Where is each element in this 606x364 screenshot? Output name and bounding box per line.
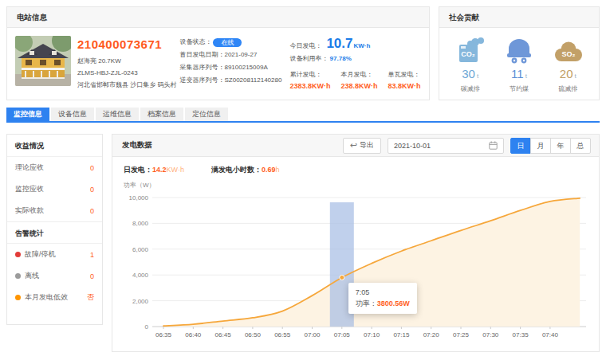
export-icon: ↩	[350, 141, 357, 150]
y-axis-title: 功率（W）	[124, 181, 589, 190]
svg-text:2,000: 2,000	[132, 298, 149, 305]
revenue-section-title: 收益情况	[7, 135, 102, 157]
station-panel-title: 电站信息	[7, 7, 429, 28]
total-generation-label: 累计发电：	[289, 70, 330, 79]
station-photo	[15, 36, 71, 86]
utilization-value: 97.78%	[330, 55, 352, 62]
status-label: 设备状态：	[179, 36, 211, 49]
alarm-value: 1	[90, 251, 94, 259]
co2-value: 30	[462, 67, 475, 80]
export-button[interactable]: ↩ 导出	[343, 138, 381, 154]
svg-text:CO₂: CO₂	[461, 50, 475, 58]
house-photo-illustration	[15, 36, 71, 86]
revenue-value: 0	[90, 207, 94, 215]
power-chart-canvas[interactable]: 02,0004,0006,0008,00010,00006:3506:4006:…	[124, 191, 589, 350]
first-gen-date-label: 首日发电日期：	[179, 49, 224, 61]
station-address: 河北省邯郸市魏县 沙口集乡 码头村	[77, 79, 176, 91]
low-efficiency-status-dot	[15, 295, 21, 300]
generation-data-panel: 发电数据 ↩ 导出 2021-10-01 日 月 年 总	[112, 134, 600, 352]
station-owner: 赵海亮 20.7KW	[77, 55, 176, 67]
svg-text:07:35: 07:35	[513, 331, 529, 339]
revenue-value: 0	[90, 164, 94, 172]
tabs-underline	[6, 121, 600, 123]
svg-text:8,000: 8,000	[132, 220, 149, 227]
co2-reduction-item: CO₂ 30t 碳减排	[447, 34, 494, 93]
station-id: 210400073671	[77, 37, 176, 51]
co2-reduction-icon: CO₂	[447, 34, 494, 65]
svg-text:07:10: 07:10	[364, 331, 380, 339]
svg-text:07:40: 07:40	[542, 331, 559, 339]
revenue-row-monitored: 监控应收 0	[7, 178, 102, 200]
station-model: ZLMS-HBJ-ZJL-0243	[77, 67, 176, 79]
first-gen-date-value: 2021-09-27	[224, 49, 257, 61]
month-generation-value: 238.8KW·h	[340, 82, 377, 90]
online-status-badge: 在线	[213, 38, 242, 47]
svg-text:4,000: 4,000	[132, 272, 149, 279]
utilization-label: 设备利用率：	[289, 55, 328, 62]
alarm-value: 0	[90, 272, 94, 280]
svg-text:SO₂: SO₂	[562, 50, 576, 58]
alarm-section-title: 告警统计	[7, 221, 102, 244]
inverter-serial-label: 逆变器序列号：	[179, 74, 224, 87]
range-day-button[interactable]: 日	[510, 138, 531, 154]
collector-serial-label: 采集器序列号：	[179, 61, 224, 74]
today-generation-label: 今日发电：	[289, 41, 321, 50]
range-year-button[interactable]: 年	[550, 138, 571, 154]
collector-serial-value: 89100215009A	[224, 61, 267, 74]
alarm-row-offline: 离线 0	[7, 265, 102, 287]
fault-status-dot	[15, 252, 21, 257]
tab-ops-info[interactable]: 运维信息	[96, 108, 139, 121]
so2-reduction-item: SO₂ 20t 硫减排	[545, 34, 591, 93]
coal-saved-icon	[496, 34, 542, 65]
power-chart[interactable]: 02,0004,0006,0008,00010,00006:3506:4006:…	[124, 191, 589, 354]
coal-label: 节约煤	[496, 84, 542, 93]
alarm-row-low-efficiency: 本月发电低效 否	[7, 287, 102, 308]
per-watt-generation-label: 单瓦发电：	[388, 70, 420, 79]
svg-text:0: 0	[145, 323, 149, 331]
svg-text:06:50: 06:50	[245, 331, 262, 339]
svg-text:07:25: 07:25	[453, 331, 470, 339]
svg-text:07:30: 07:30	[482, 331, 499, 339]
revenue-row-theoretical: 理论应收 0	[7, 157, 102, 178]
svg-text:06:55: 06:55	[274, 331, 291, 339]
range-segmented-control: 日 月 年 总	[510, 138, 591, 154]
daily-generation-unit: KW·h	[167, 166, 185, 174]
so2-reduction-icon: SO₂	[545, 34, 591, 65]
full-hours-value: 0.69	[262, 166, 276, 174]
alarm-label: 本月发电低效	[25, 292, 68, 303]
tab-device-info[interactable]: 设备信息	[51, 108, 94, 121]
svg-text:07:15: 07:15	[393, 331, 410, 339]
revenue-label: 理论应收	[15, 162, 44, 173]
date-picker-value: 2021-10-01	[394, 142, 431, 150]
social-contribution-panel: 社会贡献 CO₂ 30t 碳减排	[439, 6, 600, 100]
tab-archive-info[interactable]: 档案信息	[140, 108, 183, 121]
calendar-icon	[489, 141, 498, 150]
range-total-button[interactable]: 总	[570, 138, 591, 154]
svg-text:10,000: 10,000	[129, 194, 149, 202]
so2-unit: t	[575, 72, 576, 80]
station-info-panel: 电站信息	[6, 6, 430, 100]
date-picker[interactable]: 2021-10-01	[388, 138, 504, 154]
export-button-label: 导出	[360, 140, 374, 151]
main-tabs: 监控信息 设备信息 运维信息 档案信息 定位信息	[6, 108, 600, 121]
coal-unit: t	[525, 72, 527, 80]
offline-status-dot	[15, 273, 21, 279]
coal-saved-item: 11t 节约煤	[496, 34, 542, 93]
tab-location-info[interactable]: 定位信息	[185, 108, 228, 121]
month-generation-label: 本月发电：	[340, 70, 377, 79]
full-hours-label: 满发电小时数：	[211, 166, 262, 174]
revenue-label: 监控应收	[15, 184, 44, 194]
svg-text:07:05: 07:05	[334, 331, 351, 339]
revenue-label: 实际收款	[15, 205, 44, 216]
social-panel-title: 社会贡献	[439, 7, 599, 28]
per-watt-generation-value: 83.8KW·h	[388, 82, 420, 90]
revenue-value: 0	[90, 186, 94, 194]
alarm-value: 否	[87, 292, 94, 303]
today-generation-unit: KW·h	[353, 42, 370, 49]
total-generation-value: 2383.8KW·h	[289, 82, 330, 90]
svg-text:07:00: 07:00	[304, 331, 321, 339]
so2-value: 20	[560, 67, 573, 80]
tab-monitor-info[interactable]: 监控信息	[6, 108, 49, 121]
svg-text:06:45: 06:45	[215, 331, 232, 339]
range-month-button[interactable]: 月	[530, 138, 551, 154]
